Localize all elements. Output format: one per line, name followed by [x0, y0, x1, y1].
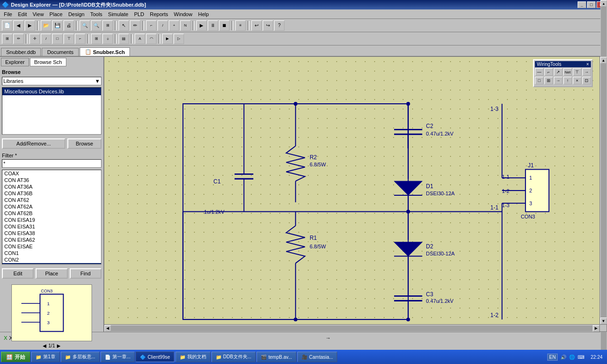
tb-zoom-out[interactable]: 🔍: [91, 20, 101, 31]
menu-tools[interactable]: Tools: [87, 10, 105, 18]
comp-item-coneisa38[interactable]: CON EISA38: [2, 230, 101, 237]
tb-new[interactable]: 📄: [2, 20, 12, 31]
tab-explorer[interactable]: Explorer: [1, 58, 29, 66]
menu-reports[interactable]: Reports: [147, 10, 171, 18]
tb2-text[interactable]: A: [135, 34, 145, 44]
comp-item-coax[interactable]: COAX: [2, 170, 101, 177]
tb-pause[interactable]: ⏸: [208, 20, 218, 31]
comp-item-coneisae[interactable]: CON EISAE: [2, 243, 101, 250]
start-button[interactable]: 🪟 开始: [1, 352, 30, 362]
tb-align[interactable]: ≡: [235, 20, 246, 31]
tray-volume[interactable]: 🔊: [561, 355, 566, 360]
taskbar-item-8[interactable]: 🎥 Camtasia...: [297, 352, 338, 362]
wt-bus-btn[interactable]: ⌐: [544, 68, 553, 76]
tb-help[interactable]: ?: [274, 20, 285, 31]
tb2-sheet[interactable]: ▤: [119, 34, 129, 44]
tb2-sim2[interactable]: ▷: [174, 34, 184, 44]
comp-item-coneisa62[interactable]: CON EISA62: [2, 237, 101, 243]
tb-junction[interactable]: +: [169, 20, 179, 31]
tb-netlabel[interactable]: N: [180, 20, 191, 31]
tab-documents[interactable]: Documents: [42, 48, 79, 56]
wt-pwrport-btn[interactable]: ⊤: [573, 68, 581, 76]
comp-item-coneisa19[interactable]: CON EISA19: [2, 217, 101, 223]
menu-window[interactable]: Window: [171, 10, 195, 18]
menu-edit[interactable]: Edit: [15, 10, 30, 18]
menu-design[interactable]: Design: [65, 10, 87, 18]
comp-item-con2[interactable]: CON2: [2, 256, 101, 263]
tb-back[interactable]: ◀: [13, 20, 24, 31]
comp-item-conat62a[interactable]: CON AT62A: [2, 203, 101, 210]
wt-entry-btn[interactable]: ↗: [554, 68, 562, 76]
tb2-line[interactable]: /: [41, 34, 51, 44]
tb2-cross[interactable]: ✛: [29, 34, 40, 44]
page-prev[interactable]: ◀: [43, 343, 46, 348]
maximize-button[interactable]: □: [587, 1, 596, 8]
vertical-scrollbar[interactable]: ▲ ▼: [599, 57, 607, 324]
find-button[interactable]: Find: [70, 268, 101, 279]
add-remove-button[interactable]: Add/Remove...: [2, 138, 65, 149]
place-button[interactable]: Place: [36, 268, 67, 279]
tb2-conn[interactable]: ⌐: [75, 34, 85, 44]
tb2-sim1[interactable]: ▶: [162, 34, 173, 44]
tb-zoom-area[interactable]: ⊞: [102, 20, 113, 31]
tb-redo[interactable]: ↪: [263, 20, 273, 31]
tb2-rect[interactable]: □: [52, 34, 63, 44]
menu-place[interactable]: Place: [46, 10, 65, 18]
tb-open[interactable]: 📂: [41, 20, 51, 31]
schematic-area[interactable]: WiringTools × — ⌐ ↗ Net ⊤ → □ ⊞ → ↑ × ⊡: [104, 57, 607, 332]
comp-item-conat62b[interactable]: CON AT62B: [2, 210, 101, 217]
comp-item-con1[interactable]: CON1: [2, 250, 101, 256]
tray-ime[interactable]: ⌨: [578, 355, 584, 360]
horizontal-scrollbar[interactable]: ◀ ▶: [104, 324, 599, 332]
edit-button[interactable]: Edit: [2, 268, 34, 279]
tb-bus[interactable]: /: [157, 20, 168, 31]
comp-item-conat62[interactable]: CON AT62: [2, 197, 101, 203]
tb2-comp[interactable]: ⊞: [91, 34, 101, 44]
taskbar-item-7[interactable]: 🎬 tempB.av...: [257, 352, 296, 362]
tb2-bus2[interactable]: ⊤: [64, 34, 74, 44]
menu-view[interactable]: View: [30, 10, 47, 18]
libraries-dropdown[interactable]: Libraries ▼: [2, 77, 101, 85]
page-next[interactable]: ▶: [57, 343, 61, 348]
tb-stop[interactable]: ⏹: [219, 20, 230, 31]
lib-item-misc[interactable]: Miscellaneous Devices.lib: [2, 88, 101, 95]
tb-forward[interactable]: ▶: [25, 20, 35, 31]
scroll-down-button[interactable]: ▼: [600, 318, 607, 324]
tb2-power[interactable]: ⏚: [102, 34, 113, 44]
menu-simulate[interactable]: Simulate: [105, 10, 131, 18]
wt-netlabel-btn[interactable]: Net: [563, 68, 572, 76]
browse-button[interactable]: Browse: [67, 138, 101, 149]
wt-del-btn[interactable]: ×: [573, 77, 581, 84]
comp-item-conat36a[interactable]: CON AT36A: [2, 183, 101, 190]
comp-item-conat36b[interactable]: CON AT36B: [2, 190, 101, 197]
taskbar-item-2[interactable]: 📁 多层板意...: [61, 352, 100, 362]
wt-noerc-btn[interactable]: ↑: [563, 77, 572, 84]
scroll-up-button[interactable]: ▲: [600, 57, 607, 64]
comp-item-coneisa31[interactable]: CON EISA31: [2, 223, 101, 230]
scroll-left-button[interactable]: ◀: [104, 325, 111, 332]
menu-file[interactable]: File: [1, 10, 15, 18]
tb2-arc[interactable]: ◠: [146, 34, 156, 44]
wt-port-btn[interactable]: →: [554, 77, 562, 84]
tb-save[interactable]: 💾: [52, 20, 63, 31]
tab-snubber-ddb[interactable]: Snubber.ddb: [1, 48, 41, 56]
menu-help[interactable]: Help: [195, 10, 212, 18]
taskbar-item-1[interactable]: 📁 第1章: [31, 352, 60, 362]
tb-run[interactable]: ▶: [196, 20, 207, 31]
scroll-right-button[interactable]: ▶: [593, 325, 599, 332]
wt-wire-btn[interactable]: —: [535, 68, 543, 76]
comp-item-conat36[interactable]: CON AT36: [2, 177, 101, 183]
wt-comp-btn[interactable]: →: [582, 68, 591, 76]
menu-pld[interactable]: PLD: [131, 10, 147, 18]
tb-select[interactable]: ↖: [119, 20, 129, 31]
tb-wire[interactable]: ⌐: [146, 20, 156, 31]
comp-item-con3[interactable]: CON3: [2, 263, 101, 264]
taskbar-item-5[interactable]: 📁 我的文档: [175, 352, 211, 362]
wt-close-button[interactable]: ×: [586, 62, 589, 67]
tray-network[interactable]: 🌐: [569, 355, 575, 360]
taskbar-item-6[interactable]: 📁 DDB文件夹...: [212, 352, 256, 362]
tab-snubber-sch[interactable]: 📋 Snubber.Sch: [80, 47, 130, 56]
tb2-1[interactable]: ⊞: [2, 34, 12, 44]
tb-print[interactable]: 🖨: [64, 20, 74, 31]
taskbar-item-4[interactable]: 🔷 Client99se: [136, 352, 174, 362]
